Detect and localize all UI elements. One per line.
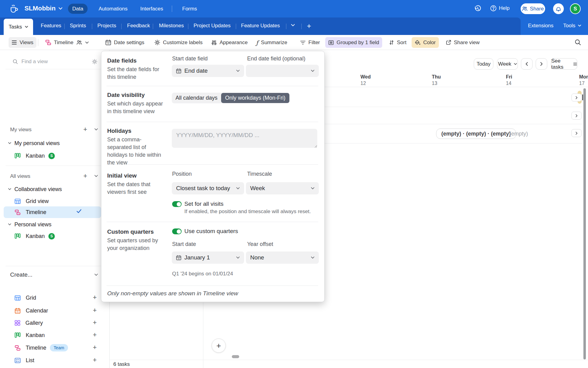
filter-button[interactable]: Filter <box>297 37 323 48</box>
group-collaborative-views[interactable]: Collaborative views <box>0 183 110 195</box>
tab-feedback[interactable]: Feedback <box>127 23 150 29</box>
add-list-view-button[interactable]: + <box>93 357 97 363</box>
notifications-button[interactable] <box>553 3 564 14</box>
view-item-grid-view[interactable]: Grid view <box>0 195 110 207</box>
tab-projects[interactable]: Projects <box>97 23 116 29</box>
calendar-icon: 31 <box>176 68 181 74</box>
create-item-grid[interactable]: Grid + <box>0 292 110 304</box>
end-date-field-select[interactable] <box>246 65 319 77</box>
color-button[interactable]: Color <box>412 37 439 48</box>
view-item-label: Kanban <box>26 153 45 159</box>
group-my-personal-views[interactable]: My personal views <box>0 137 110 149</box>
task-bar-edge <box>582 94 583 100</box>
history-icon[interactable] <box>474 5 481 12</box>
add-table-button[interactable]: + <box>307 22 311 30</box>
gallery-view-icon <box>15 320 20 326</box>
workspace-logo-cup-icon[interactable] <box>9 4 19 13</box>
bell-icon <box>556 6 561 12</box>
tab-milestones[interactable]: Milestones <box>159 23 184 29</box>
add-view-button[interactable]: + <box>83 173 87 179</box>
nav-item-interfaces[interactable]: Interfaces <box>136 4 168 14</box>
extensions-button[interactable]: Extensions <box>528 23 553 29</box>
option-all-calendar-days[interactable]: All calendar days <box>172 95 221 101</box>
year-offset-select[interactable]: None <box>246 251 319 264</box>
expand-group-row-button[interactable] <box>571 94 582 102</box>
nav-item-data[interactable]: Data <box>68 4 88 14</box>
quarter-start-date-select[interactable]: 31 January 1 <box>172 251 244 264</box>
create-item-timeline[interactable]: Timeline Team + <box>0 342 110 354</box>
date-fields-section-label: Date fields Set the date fields for this… <box>107 57 166 81</box>
nav-item-forms[interactable]: Forms <box>178 4 201 14</box>
create-item-kanban[interactable]: Kanban + <box>0 329 110 341</box>
add-gallery-view-button[interactable]: + <box>93 319 97 326</box>
see-tasks-button[interactable]: See tasks <box>551 58 577 70</box>
user-avatar[interactable]: S <box>570 3 581 14</box>
set-for-all-visits-label: Set for all visits <box>184 201 224 207</box>
current-view-menu[interactable]: Timeline <box>42 37 92 48</box>
create-item-calendar[interactable]: 31 Calendar + <box>0 305 110 316</box>
tab-features[interactable]: Features <box>41 23 61 29</box>
empty-group-pill[interactable]: (empty) · (empty) · (empty) <box>436 128 516 139</box>
create-section-header[interactable]: Create... <box>0 269 110 281</box>
collapse-create-chevron-icon[interactable] <box>94 274 98 276</box>
tab-project-updates[interactable]: Project Updates <box>194 23 231 29</box>
create-item-gallery[interactable]: Gallery + <box>0 317 110 329</box>
timescale-select[interactable]: Week <box>246 182 319 194</box>
add-calendar-view-button[interactable]: + <box>93 307 97 314</box>
group-button[interactable]: Grouped by 1 field <box>325 37 382 48</box>
collapse-my-views-chevron-icon[interactable] <box>94 128 98 131</box>
position-select[interactable]: Closest task to today <box>172 182 244 194</box>
expand-group-row-button[interactable] <box>571 112 582 120</box>
view-item-timeline-selected[interactable]: Timeline <box>0 206 110 218</box>
views-sidebar-toggle-button[interactable]: Views <box>9 37 36 48</box>
view-item-kanban-shared[interactable]: Kanban S <box>0 230 110 242</box>
search-icon[interactable] <box>575 39 581 46</box>
workspace-name[interactable]: SLMobbin <box>24 5 62 12</box>
share-button[interactable]: Share <box>521 3 545 14</box>
chevron-down-icon <box>311 187 315 190</box>
empty-group-suffix: · (empty) <box>506 131 528 137</box>
tools-button[interactable]: Tools <box>563 23 581 29</box>
tab-feature-updates[interactable]: Feature Updates <box>241 23 280 29</box>
sort-button[interactable]: Sort <box>386 37 409 48</box>
next-period-button[interactable] <box>536 58 547 70</box>
find-view-input[interactable] <box>21 59 83 65</box>
view-settings-gear-icon[interactable] <box>92 59 97 64</box>
add-kanban-view-button[interactable]: + <box>93 332 97 338</box>
option-only-workdays[interactable]: Only workdays (Mon-Fri) <box>221 93 289 103</box>
timescale-button[interactable]: Week <box>497 58 518 70</box>
add-grid-view-button[interactable]: + <box>93 294 97 301</box>
tab-sprints[interactable]: Sprints <box>70 23 86 29</box>
collapse-all-views-chevron-icon[interactable] <box>94 175 98 177</box>
set-for-all-visits-toggle[interactable] <box>172 201 182 207</box>
view-item-kanban-personal[interactable]: Kanban S <box>0 150 110 162</box>
appearance-button[interactable]: Appearance <box>208 37 251 48</box>
start-date-field-select[interactable]: 31 End date <box>172 65 244 77</box>
holidays-textarea[interactable] <box>172 129 317 148</box>
tab-separator <box>92 24 92 29</box>
tabs-overflow-chevron-icon[interactable] <box>291 24 295 27</box>
horizontal-scrollbar[interactable] <box>232 355 239 358</box>
customize-labels-button[interactable]: Customize labels <box>151 37 205 48</box>
summarize-button[interactable]: ƒ Summarize <box>253 37 290 48</box>
vertical-scrollbar[interactable] <box>583 88 586 359</box>
today-button[interactable]: Today <box>474 58 493 70</box>
timescale-label: Timescale <box>247 171 272 177</box>
group-personal-views[interactable]: Personal views <box>0 219 110 230</box>
tab-separator <box>121 24 122 29</box>
nav-item-automations[interactable]: Automations <box>94 4 132 14</box>
gear-icon <box>154 40 160 45</box>
function-icon: ƒ <box>256 39 258 46</box>
use-custom-quarters-toggle[interactable] <box>172 228 182 234</box>
expand-group-row-button[interactable] <box>571 129 582 137</box>
share-view-button[interactable]: Share view <box>443 37 483 48</box>
help-button[interactable]: Help <box>490 5 510 12</box>
date-settings-button[interactable]: 31 Date settings <box>102 37 147 48</box>
create-item-list[interactable]: List + <box>0 355 110 366</box>
tab-tasks[interactable]: Tasks <box>4 19 33 35</box>
prev-period-button[interactable] <box>521 58 533 70</box>
add-my-view-button[interactable]: + <box>83 126 87 133</box>
add-timeline-view-button[interactable]: + <box>93 344 97 351</box>
add-record-fab[interactable]: + <box>212 339 226 353</box>
day-header-name: Fri <box>506 74 512 80</box>
